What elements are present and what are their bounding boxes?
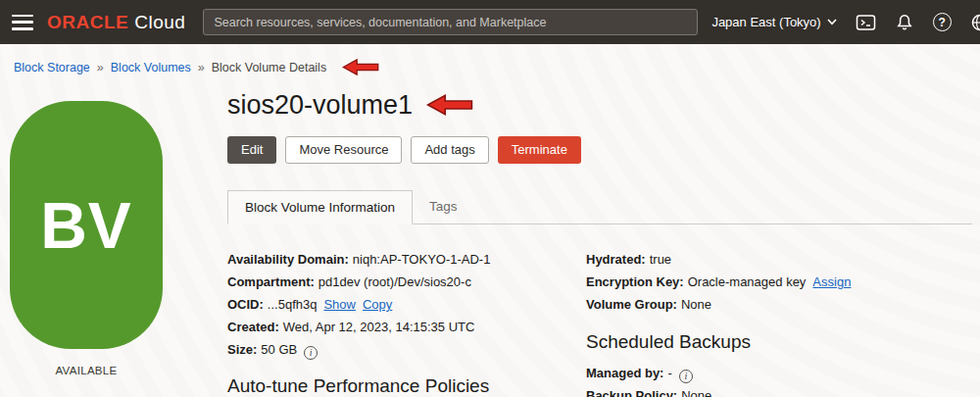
block-volume-badge: BV — [10, 101, 163, 349]
move-resource-button[interactable]: Move Resource — [285, 136, 402, 164]
page-title: sios20-volume1 — [227, 88, 413, 122]
status-badge: AVAILABLE — [10, 365, 163, 376]
annotation-arrow-icon — [426, 93, 473, 117]
main-content: sios20-volume1 Edit Move Resource Add ta… — [227, 88, 972, 397]
field-size: Size:50 GBi — [227, 338, 586, 361]
tab-block-volume-information[interactable]: Block Volume Information — [227, 190, 413, 224]
details-panel: Availability Domain:niqh:AP-TOKYO-1-AD-1… — [227, 248, 972, 397]
brand-oracle: ORACLE — [47, 12, 128, 33]
global-search — [203, 9, 698, 35]
search-input[interactable] — [203, 9, 698, 35]
annotation-arrow-icon — [342, 58, 379, 76]
edit-button[interactable]: Edit — [227, 136, 276, 164]
section-heading-scheduled-backups: Scheduled Backups — [586, 331, 972, 353]
globe-icon[interactable] — [970, 13, 980, 32]
details-right-column: Hydrated:true Encryption Key:Oracle-mana… — [586, 248, 972, 397]
region-label: Japan East (Tokyo) — [711, 15, 820, 29]
info-icon[interactable]: i — [304, 346, 318, 360]
field-volume-group: Volume Group:None — [586, 293, 972, 316]
field-encryption-key: Encryption Key:Oracle-managed keyAssign — [586, 271, 972, 293]
breadcrumb-separator: » — [97, 61, 104, 74]
terminate-button[interactable]: Terminate — [498, 136, 581, 164]
cloud-shell-icon[interactable] — [856, 13, 876, 32]
field-ocid: OCID:...5qfh3qShowCopy — [227, 293, 586, 316]
brand-cloud: Cloud — [134, 12, 185, 33]
breadcrumb-block-storage[interactable]: Block Storage — [14, 61, 90, 74]
field-backup-policy: Backup Policy:None — [586, 384, 972, 397]
breadcrumb: Block Storage » Block Volumes » Block Vo… — [14, 58, 379, 76]
breadcrumb-separator: » — [198, 61, 205, 74]
section-heading-autotune: Auto-tune Performance Policies — [227, 375, 586, 397]
region-selector[interactable]: Japan East (Tokyo) — [711, 15, 836, 29]
ocid-copy-link[interactable]: Copy — [363, 297, 392, 312]
tab-bar: Block Volume Information Tags — [227, 190, 972, 224]
tab-tags[interactable]: Tags — [413, 190, 474, 223]
action-bar: Edit Move Resource Add tags Terminate — [227, 136, 972, 164]
badge-text: BV — [40, 188, 132, 263]
details-left-column: Availability Domain:niqh:AP-TOKYO-1-AD-1… — [227, 248, 586, 397]
field-managed-by: Managed by:-i — [586, 362, 972, 384]
topbar-right: Japan East (Tokyo) ? — [711, 12, 980, 33]
page: ORACLE Cloud Japan East (Tokyo) — [0, 0, 980, 397]
field-created: Created:Wed, Apr 12, 2023, 14:15:35 UTC — [227, 316, 586, 338]
breadcrumb-current: Block Volume Details — [212, 61, 326, 74]
field-availability-domain: Availability Domain:niqh:AP-TOKYO-1-AD-1 — [227, 248, 586, 271]
breadcrumb-block-volumes[interactable]: Block Volumes — [111, 61, 191, 74]
menu-icon[interactable] — [12, 15, 33, 30]
oracle-cloud-logo[interactable]: ORACLE Cloud — [47, 12, 185, 33]
field-compartment: Compartment:pd1dev (root)/Dev/sios20-c — [227, 271, 586, 293]
encryption-assign-link[interactable]: Assign — [812, 274, 851, 289]
chevron-down-icon — [827, 19, 837, 25]
info-icon[interactable]: i — [679, 370, 693, 383]
field-hydrated: Hydrated:true — [586, 248, 972, 271]
top-bar: ORACLE Cloud Japan East (Tokyo) — [0, 0, 980, 44]
add-tags-button[interactable]: Add tags — [411, 136, 488, 164]
ocid-show-link[interactable]: Show — [323, 297, 356, 312]
bell-icon[interactable] — [895, 13, 914, 32]
help-icon[interactable]: ? — [933, 13, 952, 31]
